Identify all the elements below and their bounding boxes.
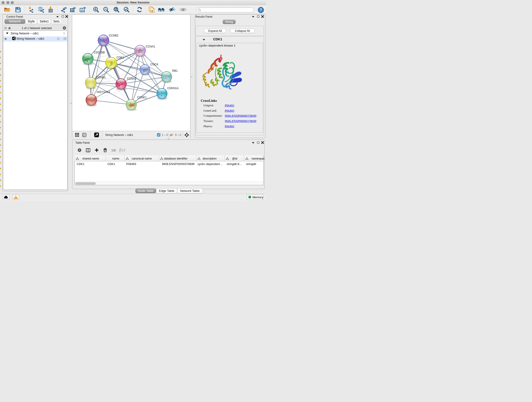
svg-text:CDC25B: CDC25B (94, 51, 105, 54)
svg-text:CDC6: CDC6 (151, 63, 158, 66)
svg-text:HIST1H1A: HIST1H1A (97, 90, 110, 94)
svg-text:CCNA2: CCNA2 (127, 77, 137, 80)
svg-text:CCNB1: CCNB1 (96, 76, 106, 79)
svg-text:CCNE1: CCNE1 (137, 96, 147, 99)
svg-text:RB1: RB1 (172, 69, 178, 72)
svg-text:CCNA1: CCNA1 (146, 45, 155, 48)
svg-text:CDK1: CDK1 (117, 56, 124, 59)
svg-text:CDKN1A: CDKN1A (167, 86, 179, 89)
svg-text:CCNB2: CCNB2 (109, 34, 119, 37)
